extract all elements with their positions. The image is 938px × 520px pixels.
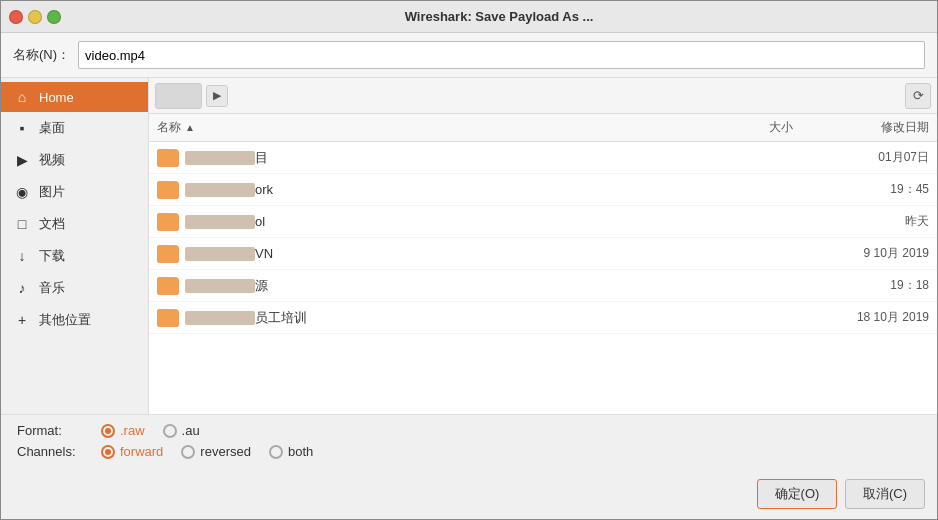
channel-forward-label: forward (120, 444, 163, 459)
file-date-cell: 昨天 (809, 213, 929, 230)
file-date-cell: 18 10月 2019 (809, 309, 929, 326)
maximize-button[interactable] (47, 10, 61, 24)
table-row[interactable]: ork 19：45 (149, 174, 937, 206)
nav-path-segment[interactable]: ■■■■ (155, 83, 202, 109)
folder-icon (157, 277, 179, 295)
channel-forward-option[interactable]: forward (101, 444, 163, 459)
channels-label: Channels: (17, 444, 89, 459)
file-list-header: 名称 ▲ 大小 修改日期 (149, 114, 937, 142)
sidebar-item-docs[interactable]: □ 文档 (1, 208, 148, 240)
format-raw-label: .raw (120, 423, 145, 438)
channel-reversed-option[interactable]: reversed (181, 444, 251, 459)
ok-button[interactable]: 确定(O) (757, 479, 837, 509)
file-name-suffix: ork (255, 182, 273, 197)
file-name-suffix: 目 (255, 149, 268, 167)
cancel-button[interactable]: 取消(C) (845, 479, 925, 509)
sidebar-item-label-video: 视频 (39, 151, 65, 169)
file-date-cell: 19：18 (809, 277, 929, 294)
file-name-cell: 员工培训 (157, 309, 729, 327)
col-header-name[interactable]: 名称 ▲ (157, 119, 729, 136)
file-name-cell: ork (157, 181, 729, 199)
sidebar-item-label-pictures: 图片 (39, 183, 65, 201)
file-date-cell: 9 10月 2019 (809, 245, 929, 262)
docs-icon: □ (13, 216, 31, 232)
col-header-size[interactable]: 大小 (729, 119, 809, 136)
file-name-blur (185, 151, 255, 165)
pictures-icon: ◉ (13, 184, 31, 200)
file-name-cell: 源 (157, 277, 729, 295)
file-list: 目 01月07日 ork 19： (149, 142, 937, 414)
format-au-label: .au (182, 423, 200, 438)
file-name-blur (185, 183, 255, 197)
format-label: Format: (17, 423, 89, 438)
desktop-icon: ▪ (13, 120, 31, 136)
sidebar-item-desktop[interactable]: ▪ 桌面 (1, 112, 148, 144)
folder-icon (157, 309, 179, 327)
sidebar-item-downloads[interactable]: ↓ 下载 (1, 240, 148, 272)
file-name-cell: VN (157, 245, 729, 263)
channels-radio-group: forward reversed both (101, 444, 313, 459)
filename-input[interactable] (78, 41, 925, 69)
sidebar-item-label-other: 其他位置 (39, 311, 91, 329)
options-area: Format: .raw .au Channels: forward (1, 414, 937, 473)
sidebar-item-label-music: 音乐 (39, 279, 65, 297)
channel-both-radio[interactable] (269, 445, 283, 459)
file-name-suffix: 源 (255, 277, 268, 295)
refresh-icon: ⟳ (913, 88, 924, 103)
nav-bar: ■■■■ ▶ ⟳ (149, 78, 937, 114)
file-name-blur (185, 215, 255, 229)
folder-icon (157, 245, 179, 263)
sidebar-item-music[interactable]: ♪ 音乐 (1, 272, 148, 304)
table-row[interactable]: 员工培训 18 10月 2019 (149, 302, 937, 334)
filename-label: 名称(N)： (13, 46, 70, 64)
titlebar: Wireshark: Save Payload As ... (1, 1, 937, 33)
filename-row: 名称(N)： (1, 33, 937, 78)
sidebar-item-home[interactable]: ⌂ Home (1, 82, 148, 112)
channel-forward-radio[interactable] (101, 445, 115, 459)
file-name-suffix: 员工培训 (255, 309, 307, 327)
downloads-icon: ↓ (13, 248, 31, 264)
video-icon: ▶ (13, 152, 31, 168)
other-icon: + (13, 312, 31, 328)
refresh-button[interactable]: ⟳ (905, 83, 931, 109)
file-browser: ■■■■ ▶ ⟳ 名称 ▲ 大小 修改日期 (149, 78, 937, 414)
sidebar-item-label-desktop: 桌面 (39, 119, 65, 137)
file-name-suffix: VN (255, 246, 273, 261)
table-row[interactable]: ol 昨天 (149, 206, 937, 238)
col-header-date[interactable]: 修改日期 (809, 119, 929, 136)
channel-reversed-label: reversed (200, 444, 251, 459)
folder-icon (157, 149, 179, 167)
file-name-suffix: ol (255, 214, 265, 229)
folder-icon (157, 181, 179, 199)
table-row[interactable]: 目 01月07日 (149, 142, 937, 174)
format-au-radio[interactable] (163, 424, 177, 438)
nav-next-arrow[interactable]: ▶ (206, 85, 228, 107)
channels-row: Channels: forward reversed both (17, 444, 921, 459)
file-name-cell: ol (157, 213, 729, 231)
file-name-cell: 目 (157, 149, 729, 167)
folder-icon (157, 213, 179, 231)
format-raw-radio[interactable] (101, 424, 115, 438)
music-icon: ♪ (13, 280, 31, 296)
sidebar-item-video[interactable]: ▶ 视频 (1, 144, 148, 176)
window-title: Wireshark: Save Payload As ... (69, 9, 929, 24)
file-name-blur (185, 247, 255, 261)
sidebar-item-label-home: Home (39, 90, 74, 105)
buttons-row: 确定(O) 取消(C) (1, 473, 937, 519)
file-date-cell: 19：45 (809, 181, 929, 198)
main-window: Wireshark: Save Payload As ... 名称(N)： ⌂ … (0, 0, 938, 520)
channel-reversed-radio[interactable] (181, 445, 195, 459)
sidebar-item-other[interactable]: + 其他位置 (1, 304, 148, 336)
table-row[interactable]: VN 9 10月 2019 (149, 238, 937, 270)
format-raw-option[interactable]: .raw (101, 423, 145, 438)
table-row[interactable]: 源 19：18 (149, 270, 937, 302)
format-radio-group: .raw .au (101, 423, 200, 438)
minimize-button[interactable] (28, 10, 42, 24)
sidebar-item-pictures[interactable]: ◉ 图片 (1, 176, 148, 208)
format-au-option[interactable]: .au (163, 423, 200, 438)
sidebar: ⌂ Home ▪ 桌面 ▶ 视频 ◉ 图片 □ 文档 ↓ 下载 (1, 78, 149, 414)
channel-both-option[interactable]: both (269, 444, 313, 459)
channel-both-label: both (288, 444, 313, 459)
close-button[interactable] (9, 10, 23, 24)
main-content: ⌂ Home ▪ 桌面 ▶ 视频 ◉ 图片 □ 文档 ↓ 下载 (1, 78, 937, 414)
